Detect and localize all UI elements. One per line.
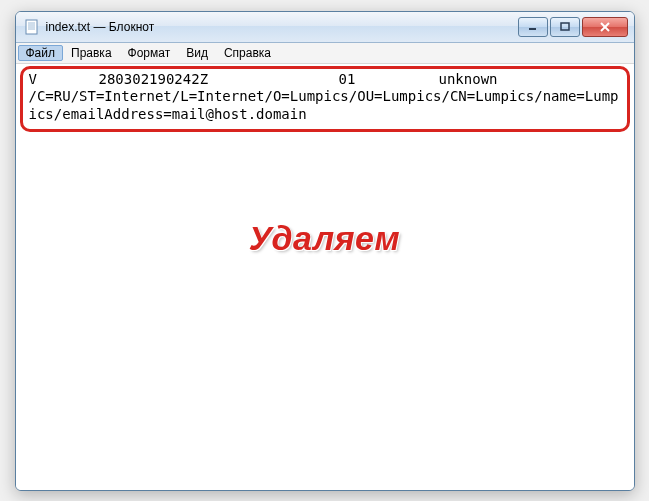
text-editor-area[interactable]: V 280302190242Z 01 unknown /C=RU/ST=Inte… (16, 64, 634, 490)
menu-format[interactable]: Формат (120, 45, 179, 61)
cert-date: 280302190242Z (99, 71, 339, 89)
cert-status: unknown (439, 71, 621, 89)
selected-text-highlight: V 280302190242Z 01 unknown /C=RU/ST=Inte… (20, 66, 630, 133)
annotation-label: Удаляем (16, 219, 634, 258)
window-controls (518, 17, 628, 37)
menu-edit[interactable]: Правка (63, 45, 120, 61)
close-button[interactable] (582, 17, 628, 37)
svg-rect-6 (561, 23, 569, 30)
menubar: Файл Правка Формат Вид Справка (16, 43, 634, 64)
cert-subject: /C=RU/ST=Internet/L=Internet/O=Lumpics/O… (29, 88, 621, 123)
maximize-button[interactable] (550, 17, 580, 37)
menu-help[interactable]: Справка (216, 45, 279, 61)
cert-flag: V (29, 71, 99, 89)
maximize-icon (560, 22, 570, 32)
menu-file[interactable]: Файл (18, 45, 64, 61)
titlebar[interactable]: index.txt — Блокнот (16, 12, 634, 43)
notepad-icon (24, 19, 40, 35)
minimize-button[interactable] (518, 17, 548, 37)
minimize-icon (528, 22, 538, 32)
notepad-window: index.txt — Блокнот Файл Правка Формат В… (15, 11, 635, 491)
close-icon (599, 22, 611, 32)
menu-view[interactable]: Вид (178, 45, 216, 61)
cert-serial: 01 (339, 71, 439, 89)
certificate-row-1: V 280302190242Z 01 unknown (29, 71, 621, 89)
window-title: index.txt — Блокнот (46, 20, 518, 34)
